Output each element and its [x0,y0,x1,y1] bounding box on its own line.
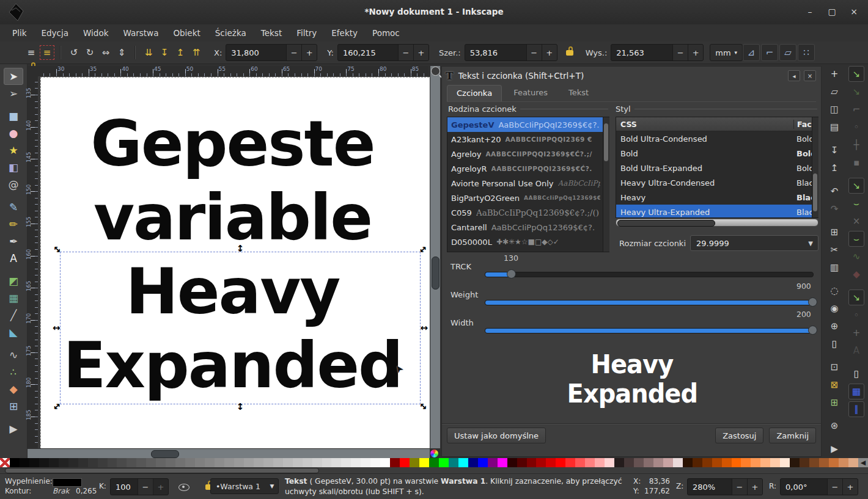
command-icon[interactable]: ↥ [826,160,842,176]
rotation-plus-button[interactable]: + [842,479,858,495]
palette-swatch[interactable] [673,458,683,467]
opacity-minus-button[interactable]: − [138,479,153,495]
scale-handle[interactable]: ↕ [237,402,245,412]
palette-swatch[interactable] [205,458,215,467]
tool-button[interactable]: ✏ [4,216,23,233]
vertical-ruler[interactable]: 135140145150155160165170175180185 [28,76,38,448]
palette-swatch[interactable] [732,458,741,467]
snap-toggle-icon[interactable]: ▦ [848,384,864,399]
palette-swatch[interactable] [741,458,751,467]
palette-swatch[interactable] [410,458,419,467]
palette-swatch[interactable] [644,458,653,467]
palette-swatch[interactable] [702,458,712,467]
palette-swatch[interactable] [234,458,244,467]
zoom-input[interactable]: 280% [688,479,732,495]
tool-button[interactable]: ⊞ [4,398,23,415]
toolbar-icon-button[interactable]: ≡ [39,45,55,60]
palette-swatch[interactable] [88,458,98,467]
palette-swatch[interactable] [536,458,546,467]
toolbar-icon-button[interactable]: ⇈ [188,45,204,60]
font-style-row[interactable]: Bold Bold [616,146,818,161]
fill-color-swatch[interactable] [53,478,82,487]
snap-toggle-icon[interactable]: ∿ [848,249,864,264]
palette-swatch[interactable] [507,458,517,467]
scale-handle[interactable]: ↕ [237,244,245,253]
snap-toggle-icon[interactable]: ◦ [848,307,864,323]
palette-swatch[interactable] [575,458,585,467]
tool-button[interactable]: @ [4,176,23,193]
dialog-close-button[interactable]: × [804,70,816,81]
menu-item[interactable]: Filtry [289,26,324,40]
y-plus-button[interactable]: + [413,45,428,60]
palette-swatch[interactable] [693,458,702,467]
zoom-plus-button[interactable]: + [747,479,762,495]
canvas-text-line[interactable]: Gepeste [40,107,425,181]
toolbar-icon-button[interactable]: ⇊ [141,45,156,60]
units-dropdown[interactable]: mm ▾ [710,44,743,61]
horizontal-scrollbar[interactable] [28,448,430,459]
vertical-scrollbar[interactable] [430,66,440,448]
tool-button[interactable]: ➤ [4,68,23,85]
font-style-row[interactable]: Heavy Ultra-Expanded Blac [616,205,818,218]
font-family-row[interactable]: Agreloy AABBCCIIPPQQI2369$€Ć?.;/ [447,147,609,161]
transform-toggle-button[interactable]: ▱ [779,44,796,61]
palette-swatch[interactable] [429,458,439,467]
menu-item[interactable]: Tekst [254,26,289,40]
palette-swatch[interactable] [293,458,303,467]
palette-swatch[interactable] [458,458,468,467]
palette-swatch[interactable] [439,458,449,467]
palette-swatch[interactable] [283,458,293,467]
palette-swatch[interactable] [614,458,624,467]
palette-swatch[interactable] [59,458,68,467]
palette-swatch[interactable] [29,458,39,467]
palette-swatch[interactable] [478,458,488,467]
palette-swatch[interactable] [175,458,185,467]
transform-toggle-button[interactable]: ∷ [798,44,815,61]
tool-button[interactable]: ■ [4,107,23,125]
font-family-row[interactable]: Aviorte Personal Use Only AaBbCcIiPpQq12… [447,176,609,191]
close-dialog-button[interactable]: Zamknij [769,428,816,443]
snap-toggle-icon[interactable]: ◦ [848,119,864,135]
maximize-button[interactable]: ▢ [825,5,839,18]
palette-swatch[interactable] [166,458,175,467]
toolbar-icon-button[interactable]: ↥ [172,45,188,60]
stroke-width-value[interactable]: 0,265 [76,487,97,495]
command-icon[interactable]: ▯ [826,336,842,352]
snap-toggle-icon[interactable]: ∥ [848,401,864,417]
toolbar-icon-button[interactable]: ≡ [23,45,39,60]
palette-swatch[interactable] [498,458,507,467]
palette-swatch[interactable] [341,458,351,467]
dialog-tab[interactable]: Features [504,85,557,101]
command-icon[interactable]: ⊞ [826,224,842,240]
font-family-row[interactable]: Cantarell AaBbCcIiPpQq12369$€¢?. [447,220,609,235]
tool-button[interactable]: ╱ [4,307,23,324]
snap-toggle-icon[interactable]: + [848,325,864,341]
horizontal-scrollbar-thumb[interactable] [151,450,179,458]
palette-swatch[interactable] [146,458,156,467]
slider-handle[interactable] [808,326,817,335]
minimize-button[interactable]: – [803,5,817,18]
zoom-corner-button[interactable] [431,67,440,76]
lock-ratio-icon[interactable] [566,50,573,56]
palette-swatch[interactable] [790,458,800,467]
dialog-tab[interactable]: Czcionka [447,85,502,101]
toolbar-icon-button[interactable]: ↻ [82,45,98,60]
zoom-minus-button[interactable]: − [732,479,747,495]
command-icon[interactable]: ◉ [826,300,842,316]
palette-swatch[interactable] [263,458,273,467]
layer-dropdown[interactable]: •Warstwa 1 ▼ [210,478,279,494]
command-icon[interactable]: ▱ [826,84,842,100]
palette-swatch[interactable] [380,458,390,467]
palette-swatch[interactable] [322,458,332,467]
command-icon[interactable]: ⊠ [826,377,842,393]
palette-swatch[interactable] [809,458,819,467]
scale-handle[interactable]: ↔ [420,324,428,333]
font-style-row[interactable]: Bold Ultra-Expanded Bold [616,161,818,175]
command-icon[interactable]: ↶ [826,183,842,199]
palette-swatch[interactable] [10,458,20,467]
palette-swatch[interactable] [390,458,400,467]
snap-toggle-icon[interactable]: ▪ [848,155,864,170]
tool-button[interactable]: A [4,250,23,267]
tool-button[interactable]: ◆ [4,381,23,398]
snap-toggle-icon[interactable]: ▯ [848,366,864,382]
